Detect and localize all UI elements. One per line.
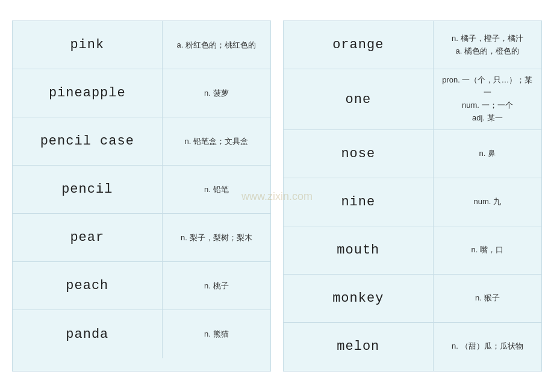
word-cell: pear <box>13 214 163 261</box>
def-text: n. （甜）瓜；瓜状物 <box>452 340 523 353</box>
table-row: penciln. 铅笔 <box>13 166 270 214</box>
cards-wrapper: pinka. 粉红色的；桃红色的pineapplen. 菠萝pencil cas… <box>12 20 542 371</box>
table-row: orangen. 橘子，橙子，橘汁 a. 橘色的，橙色的 <box>284 21 541 69</box>
right-card: orangen. 橘子，橙子，橘汁 a. 橘色的，橙色的onepron. 一（个… <box>283 20 542 371</box>
word-cell: nine <box>284 178 434 226</box>
word-text: orange <box>332 37 384 52</box>
word-text: melon <box>337 339 379 354</box>
def-text: pron. 一（个，只…）；某一 num. 一；一个 adj. 某一 <box>441 74 534 124</box>
table-row: nosen. 鼻 <box>284 130 541 178</box>
word-text: nose <box>341 146 375 161</box>
word-text: one <box>345 92 371 107</box>
page: pinka. 粉红色的；桃红色的pineapplen. 菠萝pencil cas… <box>0 8 554 383</box>
def-text: n. 熊猫 <box>204 328 228 341</box>
def-cell: n. 菠萝 <box>163 69 270 117</box>
def-cell: n. 鼻 <box>434 130 541 178</box>
table-row: melonn. （甜）瓜；瓜状物 <box>284 323 541 371</box>
def-text: num. 九 <box>474 196 502 208</box>
def-cell: n. 铅笔盒；文具盒 <box>163 117 270 165</box>
word-cell: orange <box>284 21 434 69</box>
def-cell: n. 猴子 <box>434 275 541 322</box>
def-cell: n. 梨子，梨树；梨木 <box>163 214 270 261</box>
def-cell: pron. 一（个，只…）；某一 num. 一；一个 adj. 某一 <box>434 69 541 129</box>
word-cell: one <box>284 69 434 129</box>
def-cell: n. 熊猫 <box>163 310 270 358</box>
word-cell: melon <box>284 323 434 371</box>
word-text: pineapple <box>49 86 126 101</box>
word-cell: mouth <box>284 226 434 274</box>
word-cell: monkey <box>284 275 434 322</box>
table-row: peachn. 桃子 <box>13 262 270 310</box>
word-cell: pencil <box>13 166 163 213</box>
table-row: pencil casen. 铅笔盒；文具盒 <box>13 117 270 166</box>
word-text: nine <box>341 194 375 210</box>
def-text: n. 橘子，橙子，橘汁 a. 橘色的，橙色的 <box>452 33 523 58</box>
def-text: n. 铅笔盒；文具盒 <box>185 135 248 148</box>
def-cell: a. 粉红色的；桃红色的 <box>163 21 270 69</box>
word-text: peach <box>66 278 108 293</box>
word-text: pencil <box>61 182 113 197</box>
word-cell: nose <box>284 130 434 178</box>
table-row: ninenum. 九 <box>284 178 541 226</box>
word-text: pink <box>70 37 104 52</box>
def-text: a. 粉红色的；桃红色的 <box>177 39 256 52</box>
def-text: n. 桃子 <box>204 280 228 293</box>
def-cell: n. 嘴，口 <box>434 226 541 274</box>
table-row: mouthn. 嘴，口 <box>284 226 541 275</box>
def-cell: n. （甜）瓜；瓜状物 <box>434 323 541 371</box>
def-cell: n. 桃子 <box>163 262 270 310</box>
table-row: pandan. 熊猫 <box>13 310 270 358</box>
def-text: n. 猴子 <box>475 292 499 305</box>
table-row: monkeyn. 猴子 <box>284 275 541 323</box>
word-cell: peach <box>13 262 163 310</box>
def-text: n. 梨子，梨树；梨木 <box>181 232 252 244</box>
def-text: n. 铅笔 <box>204 184 228 196</box>
def-cell: n. 铅笔 <box>163 166 270 213</box>
word-cell: pineapple <box>13 69 163 117</box>
table-row: onepron. 一（个，只…）；某一 num. 一；一个 adj. 某一 <box>284 69 541 129</box>
def-cell: num. 九 <box>434 178 541 226</box>
word-cell: pink <box>13 21 163 69</box>
table-row: pineapplen. 菠萝 <box>13 69 270 117</box>
def-text: n. 菠萝 <box>204 87 228 100</box>
table-row: pinka. 粉红色的；桃红色的 <box>13 21 270 69</box>
word-text: pencil case <box>40 134 134 149</box>
word-text: mouth <box>337 243 379 258</box>
def-text: n. 鼻 <box>479 148 496 160</box>
word-text: pear <box>70 230 104 245</box>
def-text: n. 嘴，口 <box>472 244 503 257</box>
word-cell: panda <box>13 310 163 358</box>
left-card: pinka. 粉红色的；桃红色的pineapplen. 菠萝pencil cas… <box>12 20 271 371</box>
def-cell: n. 橘子，橙子，橘汁 a. 橘色的，橙色的 <box>434 21 541 69</box>
word-cell: pencil case <box>13 117 163 165</box>
table-row: pearn. 梨子，梨树；梨木 <box>13 214 270 262</box>
word-text: monkey <box>332 291 384 306</box>
word-text: panda <box>66 327 108 342</box>
